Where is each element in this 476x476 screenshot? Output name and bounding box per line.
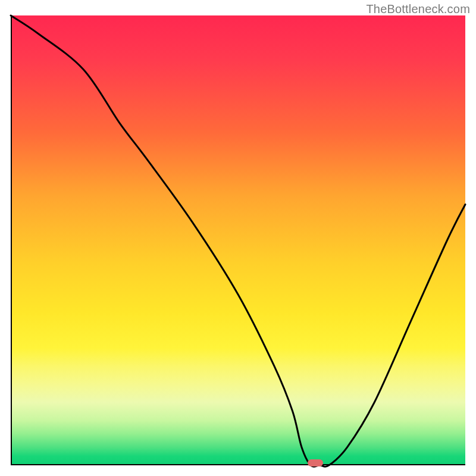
watermark-text: TheBottleneck.com (366, 2, 470, 16)
y-axis (11, 15, 12, 465)
x-axis (11, 464, 465, 465)
optimal-point-marker (308, 459, 323, 466)
plot-area (11, 15, 465, 465)
chart-container: TheBottleneck.com (0, 0, 476, 476)
bottleneck-curve (11, 15, 465, 465)
